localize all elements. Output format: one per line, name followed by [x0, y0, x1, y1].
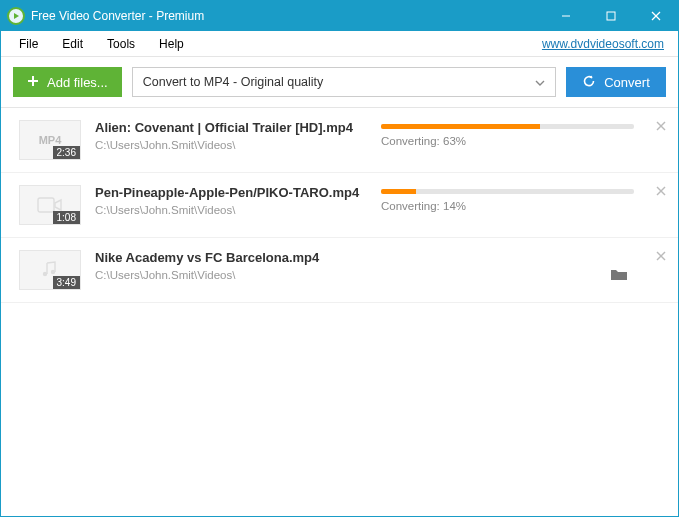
refresh-icon [582, 74, 596, 91]
remove-item-button[interactable] [656, 183, 666, 199]
progress-bar [381, 189, 634, 194]
progress-status: Converting: 63% [381, 135, 634, 147]
progress-bar [381, 124, 634, 129]
list-item[interactable]: 3:49 Nike Academy vs FC Barcelona.mp4 C:… [1, 238, 678, 303]
svg-point-14 [51, 270, 55, 274]
folder-icon[interactable] [610, 268, 628, 286]
progress-status: Converting: 14% [381, 200, 634, 212]
svg-rect-3 [607, 12, 615, 20]
file-name: Alien: Covenant | Official Trailer [HD].… [95, 120, 367, 135]
menu-tools[interactable]: Tools [95, 33, 147, 55]
add-files-label: Add files... [47, 75, 108, 90]
file-info: Pen-Pineapple-Apple-Pen/PIKO-TARO.mp4 C:… [81, 185, 381, 216]
format-select-label: Convert to MP4 - Original quality [143, 75, 324, 89]
menubar: File Edit Tools Help www.dvdvideosoft.co… [1, 31, 678, 57]
list-item[interactable]: MP4 2:36 Alien: Covenant | Official Trai… [1, 108, 678, 173]
thumb-mp4-label: MP4 [39, 134, 62, 146]
remove-item-button[interactable] [656, 118, 666, 134]
file-name: Nike Academy vs FC Barcelona.mp4 [95, 250, 367, 265]
file-path: C:\Users\John.Smit\Videos\ [95, 204, 367, 216]
file-info: Alien: Covenant | Official Trailer [HD].… [81, 120, 381, 151]
file-path: C:\Users\John.Smit\Videos\ [95, 139, 367, 151]
thumbnail: 3:49 [19, 250, 81, 290]
duration-badge: 3:49 [53, 276, 80, 289]
titlebar: Free Video Converter - Premium [1, 1, 678, 31]
progress-area: Converting: 63% [381, 120, 664, 147]
add-files-button[interactable]: Add files... [13, 67, 122, 97]
menu-file[interactable]: File [7, 33, 50, 55]
convert-label: Convert [604, 75, 650, 90]
svg-point-13 [43, 272, 47, 276]
menu-edit[interactable]: Edit [50, 33, 95, 55]
close-button[interactable] [633, 1, 678, 31]
website-link[interactable]: www.dvdvideosoft.com [542, 37, 672, 51]
toolbar: Add files... Convert to MP4 - Original q… [1, 57, 678, 108]
format-select[interactable]: Convert to MP4 - Original quality [132, 67, 556, 97]
duration-badge: 1:08 [53, 211, 80, 224]
svg-rect-10 [38, 198, 54, 212]
duration-badge: 2:36 [53, 146, 80, 159]
maximize-button[interactable] [588, 1, 633, 31]
app-window: Free Video Converter - Premium File Edit… [0, 0, 679, 517]
remove-item-button[interactable] [656, 248, 666, 264]
menu-help[interactable]: Help [147, 33, 196, 55]
chevron-down-icon [535, 75, 545, 89]
file-list: MP4 2:36 Alien: Covenant | Official Trai… [1, 108, 678, 516]
file-info: Nike Academy vs FC Barcelona.mp4 C:\User… [81, 250, 381, 281]
progress-area: Converting: 14% [381, 185, 664, 212]
plus-icon [27, 75, 39, 90]
window-title: Free Video Converter - Premium [31, 9, 204, 23]
minimize-button[interactable] [543, 1, 588, 31]
progress-fill [381, 189, 416, 194]
thumbnail: MP4 2:36 [19, 120, 81, 160]
app-logo-icon [7, 7, 25, 25]
actions-area [381, 250, 664, 286]
progress-fill [381, 124, 540, 129]
convert-button[interactable]: Convert [566, 67, 666, 97]
file-path: C:\Users\John.Smit\Videos\ [95, 269, 367, 281]
list-item[interactable]: 1:08 Pen-Pineapple-Apple-Pen/PIKO-TARO.m… [1, 173, 678, 238]
thumbnail: 1:08 [19, 185, 81, 225]
file-name: Pen-Pineapple-Apple-Pen/PIKO-TARO.mp4 [95, 185, 367, 200]
